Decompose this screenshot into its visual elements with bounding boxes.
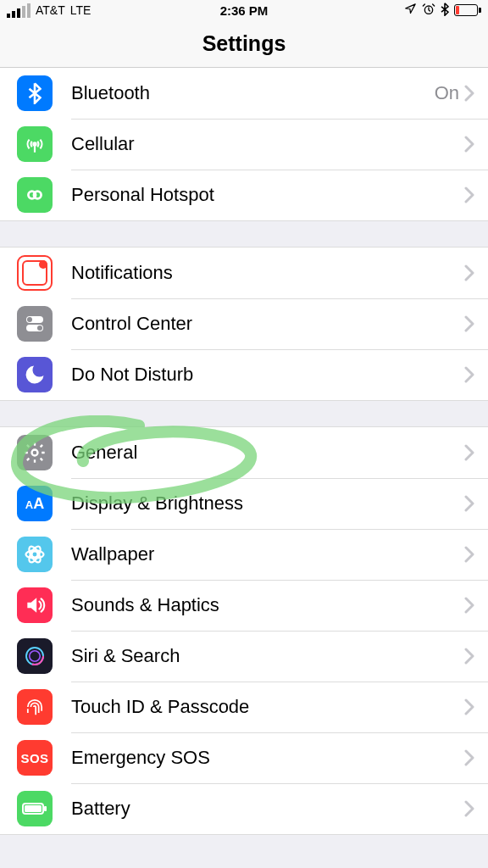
network-label: LTE: [70, 3, 92, 17]
chevron-right-icon: [464, 648, 474, 665]
carrier-label: AT&T: [36, 3, 65, 17]
status-bar: AT&T LTE 2:36 PM: [0, 0, 488, 20]
controlcenter-icon: [17, 306, 53, 342]
touchid-icon: [17, 689, 53, 725]
row-cellular[interactable]: Cellular: [0, 119, 488, 170]
location-icon: [404, 3, 417, 18]
chevron-right-icon: [464, 597, 474, 614]
chevron-right-icon: [464, 186, 474, 203]
general-icon: [17, 435, 53, 470]
row-general[interactable]: General: [0, 427, 488, 478]
row-notifications-label: Notifications: [71, 262, 173, 284]
chevron-right-icon: [464, 749, 474, 766]
svg-point-9: [32, 552, 38, 558]
chevron-right-icon: [464, 546, 474, 563]
svg-rect-17: [44, 806, 47, 811]
row-cellular-label: Cellular: [71, 133, 135, 155]
display-icon: AA: [17, 486, 53, 521]
notifications-icon: [17, 255, 53, 291]
row-notifications[interactable]: Notifications: [0, 248, 488, 298]
row-sounds[interactable]: Sounds & Haptics: [0, 580, 488, 631]
row-controlcenter[interactable]: Control Center: [0, 298, 488, 349]
chevron-right-icon: [464, 264, 474, 281]
row-sos-label: Emergency SOS: [71, 747, 210, 769]
section-notifications: Notifications Control Center Do Not Dist…: [0, 247, 488, 401]
sounds-icon: [17, 587, 53, 623]
row-touchid[interactable]: Touch ID & Passcode: [0, 682, 488, 732]
bluetooth-status-icon: [441, 3, 449, 19]
row-controlcenter-label: Control Center: [71, 313, 192, 335]
nav-header: Settings: [0, 20, 488, 68]
chevron-right-icon: [464, 136, 474, 153]
sos-icon: SOS: [17, 740, 53, 776]
row-battery-label: Battery: [71, 798, 130, 820]
svg-point-7: [37, 326, 42, 331]
alarm-icon: [422, 3, 435, 19]
row-hotspot-label: Personal Hotspot: [71, 184, 214, 206]
row-hotspot[interactable]: Personal Hotspot: [0, 170, 488, 220]
clock-label: 2:36 PM: [220, 3, 269, 18]
row-bluetooth-label: Bluetooth: [71, 82, 150, 104]
chevron-right-icon: [464, 315, 474, 332]
row-touchid-label: Touch ID & Passcode: [71, 696, 249, 718]
chevron-right-icon: [464, 85, 474, 102]
hotspot-icon: [17, 177, 53, 213]
row-siri-label: Siri & Search: [71, 645, 180, 667]
svg-rect-18: [25, 805, 42, 812]
settings-table: Bluetooth On Cellular Personal Hotspot: [0, 68, 488, 835]
bluetooth-icon: [17, 75, 53, 111]
dnd-icon: [17, 357, 53, 392]
chevron-right-icon: [464, 698, 474, 715]
row-wallpaper[interactable]: Wallpaper: [0, 529, 488, 580]
svg-point-5: [27, 317, 32, 322]
section-general: General AA Display & Brightness Wallpape…: [0, 426, 488, 835]
row-display[interactable]: AA Display & Brightness: [0, 478, 488, 529]
chevron-right-icon: [464, 495, 474, 512]
siri-icon: [17, 638, 53, 674]
row-dnd[interactable]: Do Not Disturb: [0, 349, 488, 400]
battery-icon: [454, 4, 481, 16]
row-display-label: Display & Brightness: [71, 492, 243, 515]
row-bluetooth-value: On: [435, 82, 459, 104]
chevron-right-icon: [464, 366, 474, 383]
battery-row-icon: [17, 791, 53, 826]
section-connectivity: Bluetooth On Cellular Personal Hotspot: [0, 68, 488, 221]
signal-strength-icon: [7, 3, 30, 18]
cellular-icon: [17, 126, 53, 162]
row-dnd-label: Do Not Disturb: [71, 364, 193, 386]
svg-point-3: [34, 192, 42, 199]
row-sounds-label: Sounds & Haptics: [71, 594, 219, 616]
svg-point-8: [32, 450, 38, 456]
row-wallpaper-label: Wallpaper: [71, 543, 154, 565]
row-bluetooth[interactable]: Bluetooth On: [0, 68, 488, 119]
wallpaper-icon: [17, 537, 53, 572]
row-sos[interactable]: SOS Emergency SOS: [0, 732, 488, 783]
chevron-right-icon: [464, 800, 474, 817]
row-siri[interactable]: Siri & Search: [0, 631, 488, 682]
chevron-right-icon: [464, 444, 474, 461]
row-general-label: General: [71, 442, 137, 464]
page-title: Settings: [202, 31, 286, 56]
svg-point-15: [30, 651, 41, 662]
row-battery[interactable]: Battery: [0, 783, 488, 834]
